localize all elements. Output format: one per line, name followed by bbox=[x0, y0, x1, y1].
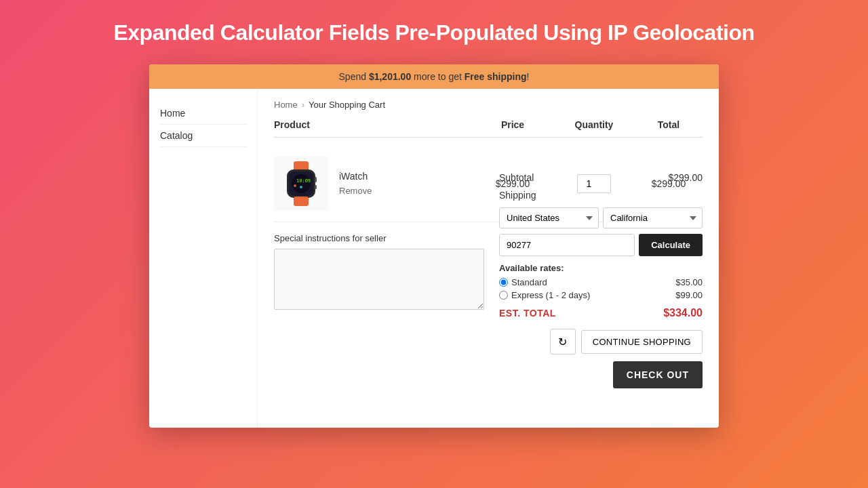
col-header-total: Total bbox=[635, 119, 703, 130]
checkout-button-container: CHECK OUT bbox=[499, 361, 703, 388]
breadcrumb-separator: › bbox=[302, 100, 304, 110]
svg-point-3 bbox=[292, 174, 311, 193]
refresh-button[interactable]: ↻ bbox=[550, 329, 576, 354]
page-title: Expanded Calculator Fields Pre-Populated… bbox=[113, 20, 754, 45]
product-name: iWatch bbox=[339, 171, 372, 182]
col-header-quantity: Quantity bbox=[553, 119, 635, 130]
sidebar: Home Catalog bbox=[149, 89, 258, 428]
promo-bar: Spend $1,201.00 more to get Free shippin… bbox=[149, 64, 719, 89]
rate-express-label[interactable]: Express (1 - 2 days) bbox=[499, 290, 590, 300]
rate-standard: Standard $35.00 bbox=[499, 277, 703, 287]
shipping-label: Shipping bbox=[499, 190, 536, 201]
svg-point-5 bbox=[294, 184, 296, 187]
svg-rect-7 bbox=[294, 197, 309, 206]
shipping-section: Shipping United States California bbox=[499, 190, 703, 256]
rate-standard-label[interactable]: Standard bbox=[499, 277, 547, 287]
rate-standard-radio[interactable] bbox=[499, 278, 508, 287]
product-quantity-cell bbox=[553, 174, 635, 193]
refresh-icon: ↻ bbox=[558, 336, 567, 348]
svg-text:10:09: 10:09 bbox=[296, 178, 311, 184]
product-details: iWatch Remove bbox=[339, 171, 372, 197]
rate-express-price: $99.00 bbox=[675, 290, 703, 300]
cart-summary: Subtotal $299.00 Shipping United States bbox=[499, 172, 703, 388]
col-header-product: Product bbox=[274, 119, 472, 130]
svg-point-6 bbox=[300, 186, 302, 188]
product-total: $299.00 bbox=[635, 178, 703, 189]
product-image: 10:09 bbox=[274, 157, 328, 211]
product-price: $299.00 bbox=[472, 178, 553, 189]
sidebar-item-catalog[interactable]: Catalog bbox=[160, 125, 246, 147]
breadcrumb-home[interactable]: Home bbox=[274, 100, 298, 110]
rate-standard-price: $35.00 bbox=[675, 277, 703, 287]
zip-row: Calculate bbox=[499, 234, 703, 256]
country-select[interactable]: United States bbox=[499, 207, 599, 228]
svg-rect-9 bbox=[315, 185, 317, 189]
quantity-input[interactable] bbox=[577, 174, 611, 193]
promo-text: Spend $1,201.00 more to get Free shippin… bbox=[339, 71, 530, 82]
bottom-section: Subtotal $299.00 Shipping United States bbox=[274, 233, 703, 388]
sidebar-item-home[interactable]: Home bbox=[160, 102, 246, 125]
col-header-price: Price bbox=[472, 119, 553, 130]
action-buttons: ↻ CONTINUE SHOPPING bbox=[499, 329, 703, 354]
cart-header: Product Price Quantity Total bbox=[274, 119, 703, 138]
rates-label: Available rates: bbox=[499, 263, 703, 273]
continue-shopping-button[interactable]: CONTINUE SHOPPING bbox=[581, 330, 703, 354]
breadcrumb-current: Your Shopping Cart bbox=[309, 100, 385, 110]
calculate-button[interactable]: Calculate bbox=[639, 234, 703, 256]
shipping-selects: United States California bbox=[499, 207, 703, 228]
rate-express-radio[interactable] bbox=[499, 291, 508, 300]
zip-input[interactable] bbox=[499, 234, 635, 256]
product-remove-link[interactable]: Remove bbox=[339, 186, 372, 196]
product-image-svg: 10:09 bbox=[277, 160, 325, 207]
special-instructions-textarea[interactable] bbox=[274, 249, 484, 310]
est-total-value: $334.00 bbox=[663, 307, 703, 319]
est-total-row: EST. TOTAL $334.00 bbox=[499, 307, 703, 319]
est-total-label: EST. TOTAL bbox=[499, 308, 556, 319]
breadcrumb: Home › Your Shopping Cart bbox=[274, 100, 703, 110]
main-layout: Home Catalog Home › Your Shopping Cart P… bbox=[149, 89, 719, 428]
product-info: 10:09 iWatch Remove bbox=[274, 157, 472, 211]
svg-rect-0 bbox=[294, 161, 309, 171]
promo-amount: $1,201.00 bbox=[369, 71, 411, 82]
state-select[interactable]: California bbox=[603, 207, 703, 228]
svg-rect-8 bbox=[315, 177, 317, 182]
checkout-button[interactable]: CHECK OUT bbox=[613, 361, 703, 388]
browser-window: Spend $1,201.00 more to get Free shippin… bbox=[149, 64, 719, 428]
available-rates: Available rates: Standard $35.00 Exp bbox=[499, 263, 703, 300]
rate-express: Express (1 - 2 days) $99.00 bbox=[499, 290, 703, 300]
content-area: Home › Your Shopping Cart Product Price … bbox=[258, 89, 719, 428]
